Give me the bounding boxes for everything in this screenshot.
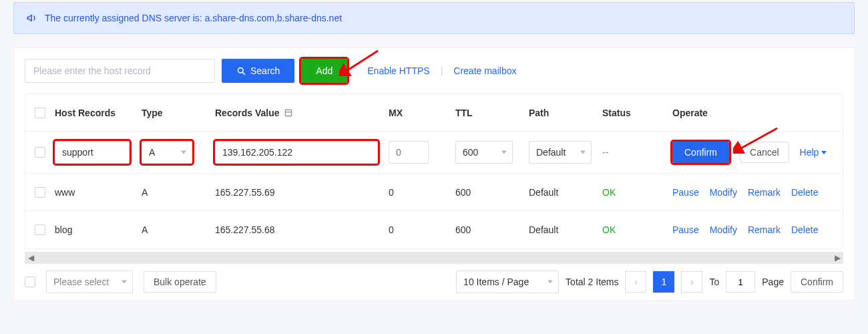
chevron-down-icon: [821, 151, 827, 154]
total-items-label: Total 2 Items: [566, 277, 618, 287]
col-mx: MX: [389, 108, 403, 118]
separator: |: [441, 65, 443, 76]
scroll-left-icon[interactable]: ◀: [25, 253, 37, 263]
col-ttl: TTL: [455, 108, 473, 118]
ttl-value: 600: [455, 187, 471, 198]
select-all-checkbox[interactable]: [35, 108, 45, 118]
host-value: www: [55, 187, 75, 198]
notice-text: The currently assigned DNS server is: a.…: [45, 13, 342, 23]
records-table: Host Records Type Records Value MX TTL P…: [25, 94, 843, 249]
bulk-select[interactable]: Please select: [46, 271, 133, 293]
col-path: Path: [529, 108, 549, 118]
scroll-right-icon[interactable]: ▶: [831, 253, 843, 263]
to-label: To: [709, 277, 719, 287]
page-label: Page: [762, 277, 784, 287]
col-value: Records Value: [215, 108, 293, 118]
confirm-button[interactable]: Confirm: [672, 142, 729, 163]
ttl-value: 600: [455, 224, 471, 235]
path-value: Default: [529, 187, 558, 198]
row-checkbox[interactable]: [35, 147, 45, 158]
col-status: Status: [602, 108, 631, 118]
prev-page-button[interactable]: ‹: [625, 271, 646, 293]
status-value: OK: [602, 224, 616, 235]
host-input[interactable]: [55, 141, 130, 164]
mx-input: [389, 141, 429, 164]
path-value: Default: [529, 224, 558, 235]
col-operate: Operate: [672, 108, 708, 118]
type-value: A: [142, 187, 148, 198]
enable-https-link[interactable]: Enable HTTPS: [367, 65, 429, 76]
ttl-select[interactable]: 600: [455, 141, 513, 164]
type-value: A: [142, 224, 148, 235]
value-value: 165.227.55.69: [215, 187, 275, 198]
speaker-icon: [26, 12, 38, 24]
table-row: www A 165.227.55.69 0 600 Default OK Pau…: [25, 174, 843, 211]
search-button[interactable]: Search: [222, 59, 294, 83]
status-value: --: [602, 147, 608, 158]
next-page-button[interactable]: ›: [681, 271, 702, 293]
svg-rect-2: [285, 110, 291, 116]
row-checkbox[interactable]: [35, 187, 45, 198]
value-input[interactable]: [215, 141, 378, 164]
page-number-button[interactable]: 1: [653, 271, 674, 293]
toolbar: Search Add Enable HTTPS | Create mailbox: [14, 59, 854, 94]
cancel-button[interactable]: Cancel: [740, 142, 789, 163]
modify-link[interactable]: Modify: [710, 187, 737, 198]
host-record-search-input[interactable]: [25, 59, 215, 83]
items-per-page-select[interactable]: 10 Items / Page: [456, 271, 559, 293]
delete-link[interactable]: Delete: [791, 224, 818, 235]
remark-link[interactable]: Remark: [748, 187, 781, 198]
col-host: Host Records: [55, 108, 116, 118]
modify-link[interactable]: Modify: [710, 224, 737, 235]
goto-confirm-button[interactable]: Confirm: [791, 271, 843, 293]
pause-link[interactable]: Pause: [672, 187, 699, 198]
bulk-operate-button[interactable]: Bulk operate: [144, 271, 216, 293]
pause-link[interactable]: Pause: [672, 224, 699, 235]
svg-line-1: [242, 72, 244, 74]
add-button[interactable]: Add: [301, 59, 347, 83]
status-value: OK: [602, 187, 616, 198]
mx-value: 0: [389, 224, 394, 235]
add-button-label: Add: [316, 65, 333, 76]
table-row: blog A 165.227.55.68 0 600 Default OK Pa…: [25, 211, 843, 248]
value-value: 165.227.55.68: [215, 224, 275, 235]
search-button-label: Search: [250, 65, 280, 76]
col-type: Type: [142, 108, 163, 118]
remark-link[interactable]: Remark: [748, 224, 781, 235]
horizontal-scrollbar[interactable]: ◀ ▶: [25, 252, 843, 264]
delete-link[interactable]: Delete: [791, 187, 818, 198]
table-header-row: Host Records Type Records Value MX TTL P…: [25, 94, 843, 132]
dns-notice-bar: The currently assigned DNS server is: a.…: [13, 2, 855, 34]
goto-page-input[interactable]: [726, 271, 755, 293]
type-select[interactable]: A: [142, 141, 192, 164]
search-icon: [236, 66, 246, 76]
edit-record-row: A 600 Default -- Confirm Cancel Help: [25, 132, 843, 174]
help-dropdown[interactable]: Help: [800, 147, 827, 158]
path-select[interactable]: Default: [529, 141, 592, 164]
create-mailbox-link[interactable]: Create mailbox: [453, 65, 516, 76]
mx-value: 0: [389, 187, 394, 198]
row-checkbox[interactable]: [35, 224, 45, 235]
records-panel: Search Add Enable HTTPS | Create mailbox…: [13, 47, 855, 301]
host-value: blog: [55, 224, 72, 235]
footer-select-all-checkbox[interactable]: [25, 277, 35, 287]
table-footer: Please select Bulk operate 10 Items / Pa…: [25, 271, 843, 293]
column-settings-icon[interactable]: [284, 108, 293, 118]
